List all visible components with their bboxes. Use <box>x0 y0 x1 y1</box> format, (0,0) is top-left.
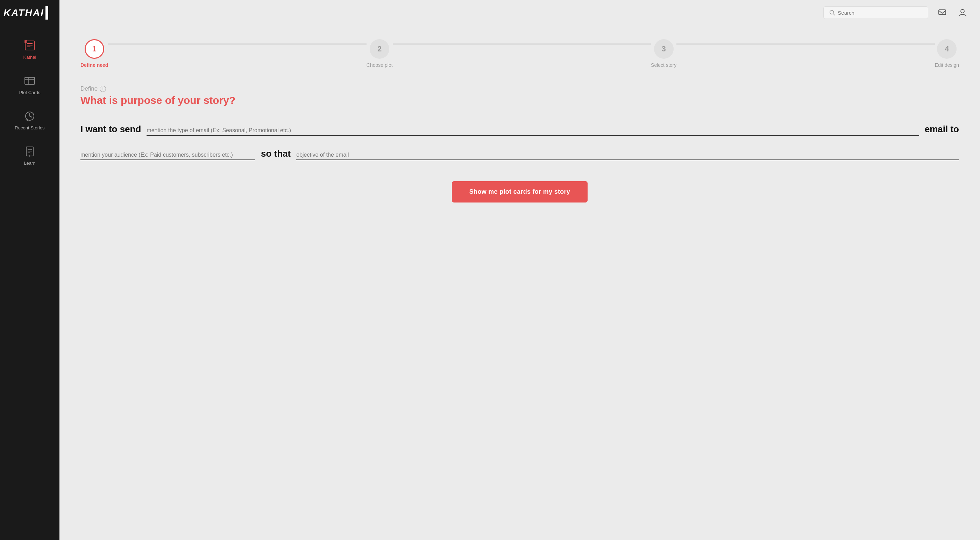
step-label-4: Edit design <box>935 62 959 68</box>
email-type-input[interactable] <box>146 126 919 136</box>
submit-area: Show me plot cards for my story <box>80 181 959 202</box>
step-label-3: Select story <box>651 62 676 68</box>
svg-rect-5 <box>25 77 35 84</box>
kathai-icon <box>24 39 36 52</box>
objective-input[interactable] <box>296 150 959 160</box>
define-label: Define i <box>80 85 959 92</box>
learn-icon <box>24 145 36 158</box>
sidebar-item-kathai-label: Kathai <box>24 54 37 60</box>
search-input[interactable] <box>838 10 922 16</box>
sidebar-item-plot-cards-label: Plot Cards <box>19 90 41 95</box>
form-prefix-1: I want to send <box>80 124 141 135</box>
define-section: Define i What is purpose of your story? <box>80 85 959 106</box>
recent-stories-icon <box>24 110 36 123</box>
search-bar[interactable] <box>823 6 928 19</box>
info-icon[interactable]: i <box>100 86 106 92</box>
sidebar-item-recent-stories-label: Recent Stories <box>15 125 45 131</box>
form-section: I want to send email to so that <box>80 124 959 160</box>
svg-rect-15 <box>939 10 946 15</box>
step-4: 4 Edit design <box>935 39 959 68</box>
step-circle-1: 1 <box>84 39 104 59</box>
show-plot-cards-button[interactable]: Show me plot cards for my story <box>452 181 587 202</box>
main-content: 1 Define need 2 Choose plot 3 Select sto… <box>59 0 980 540</box>
sidebar-item-learn[interactable]: Learn <box>0 139 59 170</box>
form-row-1: I want to send email to <box>80 124 959 136</box>
form-suffix-1: email to <box>925 124 959 135</box>
logo-area: KATHAI <box>0 0 59 26</box>
header-icons <box>935 6 969 19</box>
logo-bar <box>46 6 48 19</box>
step-line-2 <box>393 43 651 45</box>
search-icon <box>829 10 835 16</box>
logo-text: KATHAI <box>3 7 44 19</box>
svg-point-13 <box>830 11 834 14</box>
audience-input[interactable] <box>80 150 255 160</box>
stepper-inner: 1 Define need 2 Choose plot 3 Select sto… <box>80 39 959 68</box>
sidebar-nav: Kathai Plot Cards Recent S <box>0 33 59 170</box>
svg-point-16 <box>961 10 964 13</box>
sidebar-item-recent-stories[interactable]: Recent Stories <box>0 104 59 135</box>
step-circle-3: 3 <box>654 39 674 59</box>
stepper: 1 Define need 2 Choose plot 3 Select sto… <box>80 39 959 68</box>
step-line-3 <box>676 43 935 45</box>
form-row-2: so that <box>80 148 959 160</box>
step-label-1: Define need <box>80 62 108 68</box>
step-label-2: Choose plot <box>366 62 393 68</box>
sidebar-item-learn-label: Learn <box>24 161 35 166</box>
svg-line-14 <box>834 14 835 15</box>
form-conjunction: so that <box>261 148 291 159</box>
step-3: 3 Select story <box>651 39 676 68</box>
svg-rect-9 <box>26 147 33 156</box>
plot-cards-icon <box>24 75 36 87</box>
step-1: 1 Define need <box>80 39 108 68</box>
step-2: 2 Choose plot <box>366 39 393 68</box>
notifications-icon <box>937 8 947 18</box>
step-circle-2: 2 <box>370 39 389 59</box>
notifications-button[interactable] <box>935 6 949 19</box>
define-question: What is purpose of your story? <box>80 94 959 106</box>
sidebar-item-plot-cards[interactable]: Plot Cards <box>0 68 59 100</box>
step-circle-4: 4 <box>937 39 956 59</box>
step-line-1 <box>108 43 366 45</box>
sidebar: KATHAI Kathai <box>0 0 59 540</box>
sidebar-item-kathai[interactable]: Kathai <box>0 33 59 65</box>
user-icon <box>958 8 967 18</box>
header <box>59 0 980 25</box>
user-profile-button[interactable] <box>956 6 969 19</box>
page-body: 1 Define need 2 Choose plot 3 Select sto… <box>59 25 980 540</box>
svg-rect-4 <box>24 40 27 43</box>
